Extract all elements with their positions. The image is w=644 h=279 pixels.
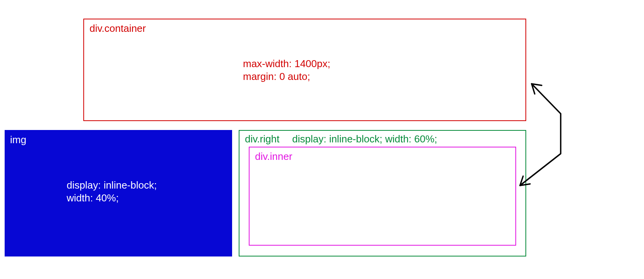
img-label: img — [10, 134, 227, 146]
inner-label: div.inner — [255, 151, 510, 163]
inner-box: div.inner — [249, 147, 516, 246]
right-rules: display: inline-block; width: 60%; — [292, 133, 437, 145]
container-label: div.container — [90, 23, 520, 35]
img-box: img display: inline-block; width: 40%; — [5, 130, 232, 256]
img-rule-2: width: 40%; — [67, 192, 157, 204]
container-rule-2: margin: 0 auto; — [243, 70, 330, 83]
container-rules: max-width: 1400px; margin: 0 auto; — [243, 57, 330, 83]
img-rule-1: display: inline-block; — [67, 179, 157, 192]
right-label: div.right — [245, 133, 279, 145]
container-rule-1: max-width: 1400px; — [243, 57, 330, 70]
container-box: div.container max-width: 1400px; margin:… — [83, 19, 526, 121]
img-rules: display: inline-block; width: 40%; — [67, 179, 157, 204]
